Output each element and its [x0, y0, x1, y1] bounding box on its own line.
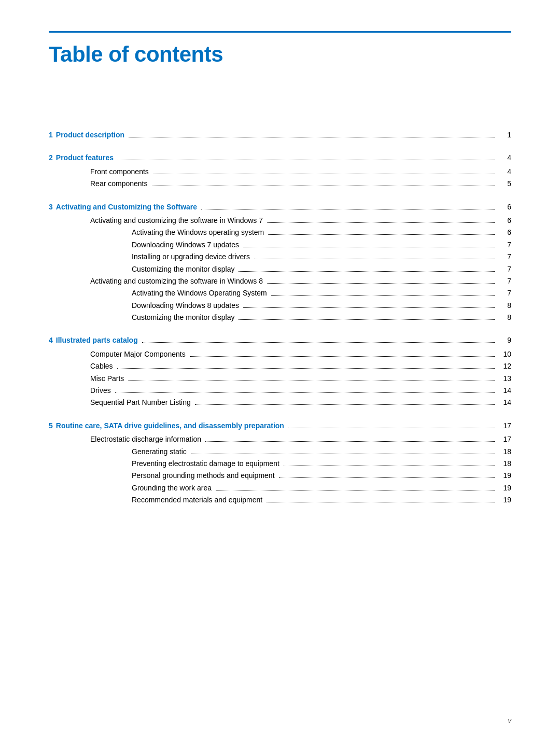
dots	[201, 209, 495, 209]
footer-page: v	[508, 716, 512, 724]
dots	[152, 186, 495, 186]
dots	[284, 466, 495, 466]
dots	[243, 307, 495, 308]
page-num: 6	[497, 227, 511, 238]
entry-text: Product features	[56, 152, 116, 163]
entry-text: Misc Parts	[90, 373, 126, 384]
toc-entry: 1 Product description1	[49, 129, 511, 140]
dots	[142, 342, 495, 343]
page-num: 18	[497, 446, 511, 457]
page-num: 7	[497, 263, 511, 275]
page-container: Table of contents 1 Product description1…	[0, 0, 560, 559]
dots	[239, 319, 495, 320]
page-num: 19	[497, 482, 511, 494]
entry-text: Product description	[56, 129, 127, 140]
toc-entry: Personal grounding methods and equipment…	[49, 470, 511, 481]
toc-entry: Cables12	[49, 360, 511, 372]
dots	[254, 259, 495, 259]
chapter-num: 3	[49, 201, 53, 213]
toc-entry: Sequential Part Number Listing14	[49, 397, 511, 408]
dots	[195, 404, 495, 405]
dots	[117, 368, 495, 369]
toc-entry: Grounding the work area19	[49, 482, 511, 494]
entry-text: Computer Major Components	[90, 348, 188, 360]
entry-text: Downloading Windows 7 updates	[132, 239, 241, 250]
toc-entry: Activating the Windows Operating System7	[49, 287, 511, 299]
dots	[128, 381, 495, 381]
entry-text: Customizing the monitor display	[132, 312, 236, 323]
page-num: 4	[497, 152, 511, 163]
dots	[190, 356, 495, 357]
page-num: 7	[497, 275, 511, 287]
chapter-num: 1	[49, 129, 53, 140]
entry-text: Activating the Windows Operating System	[132, 287, 269, 299]
page-num: 8	[497, 312, 511, 323]
dots	[118, 160, 495, 160]
page-num: 19	[497, 470, 511, 481]
entry-text: Activating and Customizing the Software	[56, 201, 199, 213]
chapter-block: 5 Routine care, SATA drive guidelines, a…	[49, 420, 511, 506]
toc-entry: 2 Product features4	[49, 152, 511, 163]
toc-entry: Downloading Windows 8 updates8	[49, 300, 511, 311]
page-num: 14	[497, 385, 511, 396]
page-num: 8	[497, 300, 511, 311]
toc-section: 1 Product description12 Product features…	[49, 129, 511, 506]
chapter-num: 4	[49, 334, 53, 346]
page-num: 5	[497, 178, 511, 189]
dots	[205, 441, 495, 442]
toc-entry: 5 Routine care, SATA drive guidelines, a…	[49, 420, 511, 431]
toc-entry: Customizing the monitor display8	[49, 312, 511, 323]
page-num: 19	[497, 494, 511, 505]
entry-text: Cables	[90, 360, 115, 372]
dots	[153, 174, 495, 174]
page-num: 17	[497, 433, 511, 445]
entry-text: Grounding the work area	[132, 482, 214, 494]
dots	[267, 283, 495, 284]
toc-entry: Front components4	[49, 166, 511, 177]
page-num: 10	[497, 348, 511, 360]
dots	[288, 428, 495, 428]
dots	[115, 392, 495, 393]
entry-text: Generating static	[132, 446, 189, 457]
entry-text: Drives	[90, 385, 113, 396]
entry-text: Recommended materials and equipment	[132, 494, 264, 505]
toc-entry: Activating the Windows operating system6	[49, 227, 511, 238]
page-num: 6	[497, 201, 511, 213]
chapter-block: 2 Product features4Front components4Rear…	[49, 152, 511, 189]
entry-text: Front components	[90, 166, 151, 177]
toc-entry: Rear components5	[49, 178, 511, 189]
toc-entry: Preventing electrostatic damage to equip…	[49, 458, 511, 469]
page-num: 1	[497, 129, 511, 140]
page-num: 13	[497, 373, 511, 384]
dots	[271, 295, 495, 296]
entry-text: Illustrated parts catalog	[56, 334, 140, 346]
dots	[279, 477, 495, 478]
entry-text: Personal grounding methods and equipment	[132, 470, 277, 481]
dots	[267, 222, 495, 223]
entry-text: Activating the Windows operating system	[132, 227, 266, 238]
toc-entry: Activating and customizing the software …	[49, 215, 511, 226]
toc-entry: 4 Illustrated parts catalog9	[49, 334, 511, 346]
page-num: 7	[497, 251, 511, 262]
toc-entry: Drives14	[49, 385, 511, 396]
toc-entry: Electrostatic discharge information17	[49, 433, 511, 445]
dots	[129, 137, 495, 137]
page-num: 6	[497, 215, 511, 226]
dots	[191, 454, 495, 454]
entry-text: Activating and customizing the software …	[90, 215, 265, 226]
toc-entry: Recommended materials and equipment19	[49, 494, 511, 505]
entry-text: Installing or upgrading device drivers	[132, 251, 252, 262]
toc-entry: Activating and customizing the software …	[49, 275, 511, 287]
toc-entry: Generating static18	[49, 446, 511, 457]
entry-text: Downloading Windows 8 updates	[132, 300, 241, 311]
top-rule	[49, 31, 511, 33]
page-num: 12	[497, 360, 511, 372]
chapter-block: 4 Illustrated parts catalog9Computer Maj…	[49, 334, 511, 408]
toc-entry: Computer Major Components10	[49, 348, 511, 360]
toc-entry: Downloading Windows 7 updates7	[49, 239, 511, 250]
entry-text: Activating and customizing the software …	[90, 275, 265, 287]
entry-text: Rear components	[90, 178, 150, 189]
entry-text: Sequential Part Number Listing	[90, 397, 193, 408]
page-num: 9	[497, 334, 511, 346]
toc-entry: 3 Activating and Customizing the Softwar…	[49, 201, 511, 213]
